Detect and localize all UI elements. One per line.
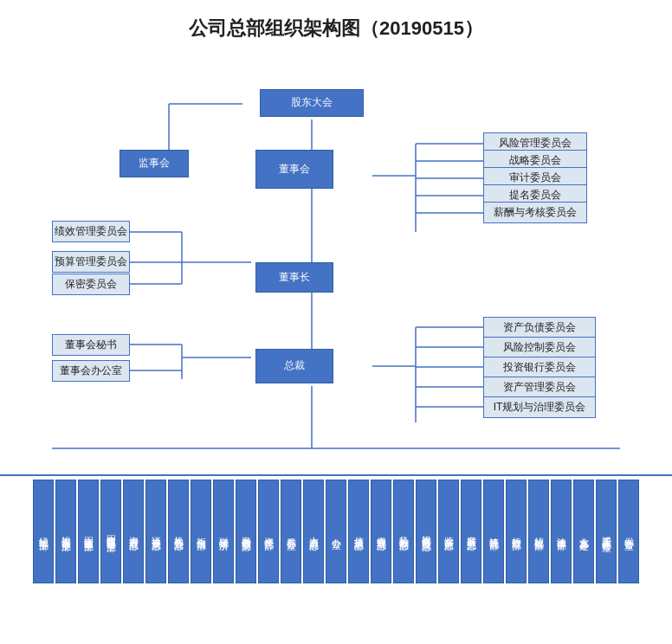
dept-box-22: 纪检监察部 xyxy=(528,480,549,583)
box-budget: 预算管理委员会 xyxy=(52,251,130,273)
dept-box-18: 监察审计总部 xyxy=(438,480,459,583)
dept-box-20: 清算托管部 xyxy=(483,480,504,583)
dept-row: 经纪事业部投资银行事业部固定收益事业部固定收益零售二事业部资产管理总部证券投资总… xyxy=(7,476,665,587)
dept-box-3: 固定收益零售二事业部 xyxy=(100,480,121,583)
box-board: 董事会 xyxy=(255,150,333,189)
page-title: 公司总部组织架构图（20190515） xyxy=(0,0,672,50)
box-asset-liability: 资产负债委员会 xyxy=(483,317,596,338)
dept-box-7: 柜台市场部 xyxy=(191,480,211,583)
dept-box-12: 人力资源总部 xyxy=(303,480,324,583)
dept-box-0: 经纪事业部 xyxy=(33,480,54,583)
box-asset-mgmt: 资产管理委员会 xyxy=(483,377,596,398)
box-performance: 绩效管理委员会 xyxy=(52,221,130,242)
box-risk-control: 风险控制委员会 xyxy=(483,337,596,358)
dept-box-4: 资产管理总部 xyxy=(123,480,144,583)
dept-box-1: 投资银行事业部 xyxy=(55,480,76,583)
box-security: 保密委员会 xyxy=(52,274,130,295)
dept-box-14: 信息技术总部 xyxy=(348,480,369,583)
page-container: 公司总部组织架构图（20190515） xyxy=(0,0,672,587)
box-salary: 薪酬与考核委员会 xyxy=(483,202,587,223)
dept-box-5: 证券投资总部 xyxy=(145,480,166,583)
dept-box-19: 发展研究总部 xyxy=(461,480,481,583)
dept-box-6: 机构业务总部 xyxy=(168,480,189,583)
dept-box-8: 融资经济所 xyxy=(213,480,234,583)
dept-box-23: 法律事务部 xyxy=(551,480,572,583)
dept-box-21: 行政管理部 xyxy=(506,480,527,583)
org-chart: 股东大会 监事会 董事会 风险管理委员会 战略委员会 审计委员会 提名委员会 薪… xyxy=(0,50,672,474)
dept-box-26: 保密办公室 xyxy=(618,480,639,583)
dept-box-24: 北京办事处 xyxy=(573,480,594,583)
box-investment-bank: 投资银行委员会 xyxy=(483,357,596,378)
box-shareholders: 股东大会 xyxy=(260,89,364,117)
box-president: 总裁 xyxy=(255,349,333,383)
dept-box-13: 办公室 xyxy=(326,480,346,583)
dept-box-9: 海外销售交易部 xyxy=(236,480,256,583)
box-secretary: 董事会秘书 xyxy=(52,334,130,356)
dept-box-17: 投资银行监控总部 xyxy=(416,480,436,583)
dept-box-15: 合规管理总部 xyxy=(371,480,391,583)
box-supervisory: 监事会 xyxy=(120,150,189,177)
box-it-governance: IT规划与治理委员会 xyxy=(483,396,596,418)
dept-box-2: 固定收益事业部 xyxy=(78,480,99,583)
dept-box-16: 风险控制总部 xyxy=(393,480,414,583)
box-board-office: 董事会办公室 xyxy=(52,360,130,382)
dept-section: 经纪事业部投资银行事业部固定收益事业部固定收益零售二事业部资产管理总部证券投资总… xyxy=(0,474,672,587)
dept-box-11: 党群办公室 xyxy=(281,480,301,583)
dept-box-25: 博士后工作站办公室 xyxy=(596,480,617,583)
dept-box-10: 资产托管部 xyxy=(258,480,279,583)
box-chairman: 董事长 xyxy=(255,262,333,293)
